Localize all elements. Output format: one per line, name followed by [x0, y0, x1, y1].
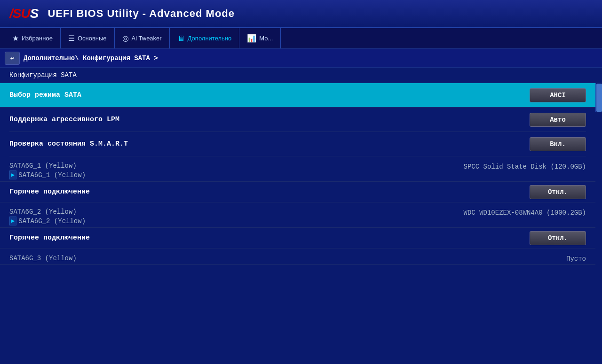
nav-favorites[interactable]: ★ Избранное [5, 28, 61, 48]
hotplug-sata6g2-value[interactable]: Откл. [530, 231, 586, 245]
disk-sata6g3: SATA6G_3 (Yellow) Пусто [0, 248, 595, 265]
lpm-value[interactable]: Авто [530, 113, 586, 127]
settings-container: Выбор режима SATA AHCI Поддержка агресси… [0, 83, 595, 156]
disk-sata6g1-info: SPCC Solid State Disk (120.0GB) [464, 162, 586, 170]
scrollbar[interactable] [595, 83, 602, 112]
chart-icon: 📊 [247, 34, 256, 43]
star-icon: ★ [12, 34, 19, 43]
disk-sata6g3-name: SATA6G_3 (Yellow) [9, 255, 77, 262]
disk-sata6g2: SATA6G_2 (Yellow) ▶ SATA6G_2 (Yellow) WD… [0, 202, 595, 228]
sata-mode-value[interactable]: AHCI [530, 88, 586, 102]
disk-sata6g1-arrow-icon: ▶ [9, 170, 16, 179]
nav-ai-tweaker[interactable]: ◎ Ai Tweaker [115, 28, 170, 48]
smart-value[interactable]: Вкл. [530, 137, 586, 151]
disk-sata6g1-header: SATA6G_1 (Yellow) ▶ SATA6G_1 (Yellow) SP… [9, 162, 586, 179]
disk-sata6g2-name: SATA6G_2 (Yellow) [9, 208, 86, 216]
setting-smart[interactable]: Проверка состояния S.M.A.R.T Вкл. [9, 132, 586, 156]
hotplug-sata6g2-label: Горячее подключение [9, 234, 530, 242]
header-title: UEFI BIOS Utility - Advanced Mode [48, 8, 235, 20]
nav-favorites-label: Избранное [22, 35, 53, 42]
breadcrumb-bar: ↩ Дополнительно\ Конфигурация SATA > [0, 49, 602, 68]
smart-label: Проверка состояния S.M.A.R.T [9, 140, 530, 148]
setting-sata-mode[interactable]: Выбор режима SATA AHCI [0, 83, 595, 108]
hotplug-sata6g1-label: Горячее подключение [9, 188, 530, 196]
disk-sata6g1-sub-label: SATA6G_1 (Yellow) [18, 171, 86, 179]
header: /SUS UEFI BIOS Utility - Advanced Mode [0, 0, 602, 28]
back-icon: ↩ [10, 54, 14, 62]
disk-sata6g2-sub[interactable]: ▶ SATA6G_2 (Yellow) [9, 217, 86, 225]
disk-sata6g1-sub[interactable]: ▶ SATA6G_1 (Yellow) [9, 170, 86, 179]
disk-sata6g1-name-group: SATA6G_1 (Yellow) ▶ SATA6G_1 (Yellow) [9, 162, 86, 179]
disk-sata6g2-name-group: SATA6G_2 (Yellow) ▶ SATA6G_2 (Yellow) [9, 208, 86, 225]
asus-logo: /SUS [9, 6, 38, 21]
sata-mode-label: Выбор режима SATA [9, 91, 530, 99]
nav-monitor[interactable]: 📊 Мо... [239, 28, 281, 48]
lpm-label: Поддержка агрессивного LPM [9, 116, 530, 124]
disk-sata6g2-arrow-icon: ▶ [9, 217, 16, 225]
navbar: ★ Избранное ☰ Основные ◎ Ai Tweaker 🖥 До… [0, 28, 602, 49]
hotplug-sata6g2[interactable]: Горячее подключение Откл. [0, 228, 595, 248]
disk-sata6g1-name: SATA6G_1 (Yellow) [9, 162, 86, 170]
nav-main-label: Основные [78, 35, 107, 42]
disk-sata6g2-header: SATA6G_2 (Yellow) ▶ SATA6G_2 (Yellow) WD… [9, 208, 586, 225]
page-title: Конфигурация SATA [9, 71, 593, 79]
nav-advanced-label: Дополнительно [188, 35, 232, 42]
disk-sata6g1: SATA6G_1 (Yellow) ▶ SATA6G_1 (Yellow) SP… [0, 156, 595, 182]
scrollbar-thumb[interactable] [596, 84, 602, 112]
disk-sata6g2-sub-label: SATA6G_2 (Yellow) [18, 217, 86, 225]
back-button[interactable]: ↩ [5, 52, 20, 65]
hotplug-sata6g1[interactable]: Горячее подключение Откл. [0, 182, 595, 202]
content-wrapper: Выбор режима SATA AHCI Поддержка агресси… [0, 83, 602, 265]
breadcrumb: Дополнительно\ Конфигурация SATA > [24, 54, 158, 62]
list-icon: ☰ [68, 34, 75, 43]
disk-sata6g3-info: Пусто [566, 254, 586, 263]
page-title-bar: Конфигурация SATA [0, 68, 602, 83]
monitor-icon: 🖥 [177, 34, 185, 43]
nav-advanced[interactable]: 🖥 Дополнительно [170, 28, 240, 48]
main-content: Выбор режима SATA AHCI Поддержка агресси… [0, 83, 595, 265]
setting-lpm[interactable]: Поддержка агрессивного LPM Авто [9, 108, 586, 132]
nav-ai-tweaker-label: Ai Tweaker [132, 35, 162, 42]
disk-sata6g2-info: WDC WD10EZEX-08WN4A0 (1000.2GB) [464, 208, 586, 217]
nav-main[interactable]: ☰ Основные [61, 28, 115, 48]
nav-monitor-label: Мо... [259, 35, 273, 42]
tweaker-icon: ◎ [122, 34, 129, 43]
hotplug-sata6g1-value[interactable]: Откл. [530, 185, 586, 199]
